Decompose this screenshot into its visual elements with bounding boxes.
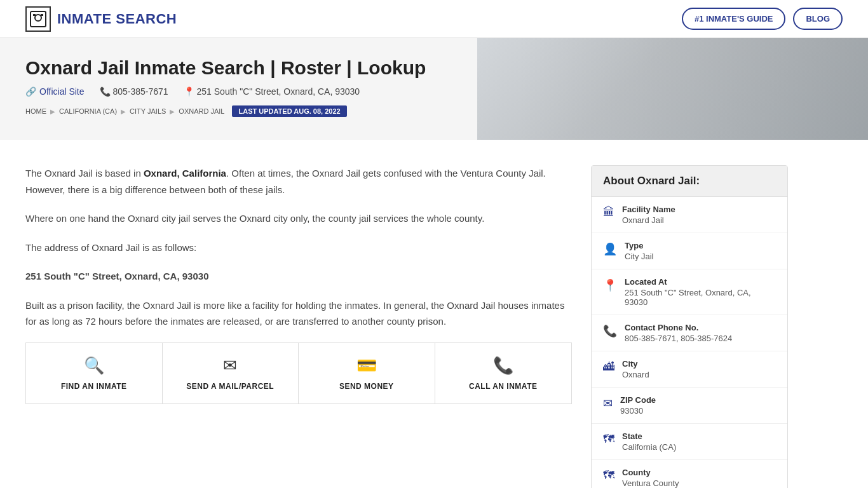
page-title: Oxnard Jail Inmate Search | Roster | Loo… <box>25 57 843 79</box>
send-mail-icon: ✉ <box>223 356 237 376</box>
send-mail-label: SEND A MAIL/PARCEL <box>186 382 274 391</box>
find-inmate-card[interactable]: 🔍 FIND AN INMATE <box>26 343 163 403</box>
state-icon: 🗺 <box>603 433 614 446</box>
official-site-link[interactable]: 🔗 Official Site <box>25 86 85 97</box>
logo-text: INMATE SEARCH <box>57 11 177 27</box>
breadcrumb-oxnard-jail[interactable]: OXNARD JAIL <box>179 107 224 115</box>
para-1: The Oxnard Jail is based in Oxnard, Cali… <box>25 165 572 198</box>
para-2: Where on one hand the Oxnard city jail s… <box>25 210 572 227</box>
call-inmate-label: CALL AN INMATE <box>469 382 537 391</box>
svg-point-1 <box>35 15 41 21</box>
location-icon: 📍 <box>184 86 194 97</box>
sidebar-state: 🗺 State California (CA) <box>592 424 787 460</box>
about-box: About Oxnard Jail: 🏛 Facility Name Oxnar… <box>591 165 788 488</box>
svg-rect-0 <box>31 11 46 27</box>
main-container: The Oxnard Jail is based in Oxnard, Cali… <box>0 140 868 488</box>
para-3: The address of Oxnard Jail is as follows… <box>25 240 572 256</box>
site-header: INMATE SEARCH #1 INMATE'S GUIDE BLOG <box>0 0 868 38</box>
find-inmate-label: FIND AN INMATE <box>61 382 127 391</box>
sidebar-title: About Oxnard Jail: <box>592 166 787 197</box>
sidebar-city: 🏙 City Oxnard <box>592 351 787 388</box>
sep3: ▶ <box>170 108 175 115</box>
svg-rect-2 <box>33 14 36 16</box>
sidebar-facility-name: 🏛 Facility Name Oxnard Jail <box>592 197 787 233</box>
breadcrumb-ca[interactable]: CALIFORNIA (CA) <box>59 107 117 115</box>
phone-meta: 📞 805-385-7671 <box>100 86 168 97</box>
bold-location: Oxnard, California <box>144 168 226 179</box>
call-inmate-icon: 📞 <box>493 356 513 376</box>
logo-link[interactable]: INMATE SEARCH <box>25 6 177 32</box>
last-updated-badge: LAST UPDATED AUG. 08, 2022 <box>232 105 346 117</box>
send-money-icon: 💳 <box>356 356 377 376</box>
logo-icon <box>25 6 51 32</box>
sidebar-type: 👤 Type City Jail <box>592 233 787 269</box>
sidebar-zip: ✉ ZIP Code 93030 <box>592 388 787 424</box>
sidebar: About Oxnard Jail: 🏛 Facility Name Oxnar… <box>591 165 788 488</box>
sidebar-contact-phone: 📞 Contact Phone No. 805-385-7671, 805-38… <box>592 315 787 351</box>
located-at-icon: 📍 <box>603 278 617 292</box>
sidebar-county: 🗺 County Ventura County <box>592 460 787 488</box>
sidebar-located-at: 📍 Located At 251 South "C" Street, Oxnar… <box>592 269 787 315</box>
hero-section: Oxnard Jail Inmate Search | Roster | Loo… <box>0 38 868 140</box>
hero-meta: 🔗 Official Site 📞 805-385-7671 📍 251 Sou… <box>25 86 843 97</box>
find-inmate-icon: 🔍 <box>84 356 104 376</box>
breadcrumb-city-jails[interactable]: CITY JAILS <box>130 107 166 115</box>
blog-button[interactable]: BLOG <box>793 8 843 30</box>
link-icon: 🔗 <box>25 86 36 97</box>
breadcrumb: HOME ▶ CALIFORNIA (CA) ▶ CITY JAILS ▶ OX… <box>25 105 843 117</box>
svg-rect-3 <box>41 14 43 16</box>
action-cards: 🔍 FIND AN INMATE ✉ SEND A MAIL/PARCEL 💳 … <box>25 342 572 404</box>
send-money-label: SEND MONEY <box>339 382 394 391</box>
address-meta: 📍 251 South "C" Street, Oxnard, CA, 9303… <box>184 86 360 97</box>
address-block: 251 South "C" Street, Oxnard, CA, 93030 <box>25 268 572 285</box>
content-area: The Oxnard Jail is based in Oxnard, Cali… <box>25 165 572 488</box>
breadcrumb-home[interactable]: HOME <box>25 107 46 115</box>
zip-icon: ✉ <box>603 396 613 410</box>
send-money-card[interactable]: 💳 SEND MONEY <box>299 343 435 403</box>
sep1: ▶ <box>50 108 55 115</box>
inmates-guide-button[interactable]: #1 INMATE'S GUIDE <box>682 8 785 30</box>
para-4: Built as a prison facility, the Oxnard J… <box>25 297 572 330</box>
facility-name-icon: 🏛 <box>603 206 614 219</box>
county-icon: 🗺 <box>603 469 614 482</box>
phone-icon: 📞 <box>100 86 111 97</box>
call-inmate-card[interactable]: 📞 CALL AN INMATE <box>435 343 572 403</box>
send-mail-card[interactable]: ✉ SEND A MAIL/PARCEL <box>163 343 299 403</box>
city-icon: 🏙 <box>603 360 614 374</box>
contact-phone-icon: 📞 <box>603 324 617 338</box>
header-nav: #1 INMATE'S GUIDE BLOG <box>682 8 843 30</box>
sep2: ▶ <box>121 108 126 115</box>
type-icon: 👤 <box>603 242 617 256</box>
